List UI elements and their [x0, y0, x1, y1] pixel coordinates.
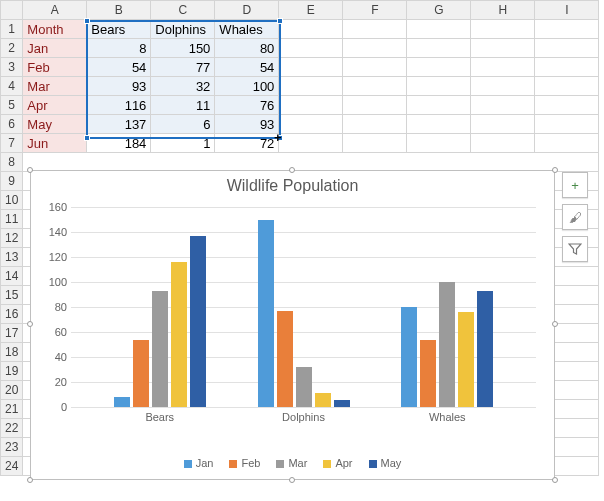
cell[interactable] [407, 96, 471, 115]
chart-resize-handle[interactable] [552, 167, 558, 173]
row-header[interactable]: 8 [1, 153, 23, 172]
select-all-corner[interactable] [1, 1, 23, 20]
header-month[interactable]: Month [23, 20, 87, 39]
row-header[interactable]: 15 [1, 286, 23, 305]
chart-bar[interactable] [171, 262, 187, 407]
chart-bar[interactable] [258, 220, 274, 408]
header-dolphins[interactable]: Dolphins [151, 20, 215, 39]
cell[interactable] [407, 39, 471, 58]
cell[interactable]: 76 [215, 96, 279, 115]
chart-bar[interactable] [277, 311, 293, 407]
chart-resize-handle[interactable] [552, 321, 558, 327]
cell[interactable] [343, 58, 407, 77]
row-header[interactable]: 22 [1, 419, 23, 438]
cell[interactable] [279, 39, 343, 58]
chart-elements-button[interactable]: + [562, 172, 588, 198]
legend-item[interactable]: Feb [229, 457, 260, 469]
chart-bar[interactable] [315, 393, 331, 407]
cell[interactable]: 54 [87, 58, 151, 77]
cell[interactable] [407, 58, 471, 77]
cell[interactable] [471, 20, 535, 39]
cell[interactable] [471, 77, 535, 96]
cell[interactable]: 8 [87, 39, 151, 58]
chart-filters-button[interactable] [562, 236, 588, 262]
cell[interactable]: 93 [87, 77, 151, 96]
chart-object[interactable]: Wildlife Population 02040608010012014016… [30, 170, 555, 480]
cell[interactable] [279, 96, 343, 115]
chart-bar[interactable] [401, 307, 417, 407]
cell[interactable] [343, 39, 407, 58]
cell[interactable] [407, 134, 471, 153]
chart-bar[interactable] [334, 400, 350, 408]
cell[interactable] [279, 115, 343, 134]
cell[interactable] [343, 115, 407, 134]
cell[interactable] [343, 134, 407, 153]
chart-resize-handle[interactable] [27, 477, 33, 483]
col-header-H[interactable]: H [471, 1, 535, 20]
cell[interactable] [407, 115, 471, 134]
chart-resize-handle[interactable] [27, 167, 33, 173]
row-header[interactable]: 5 [1, 96, 23, 115]
cell[interactable]: 11 [151, 96, 215, 115]
chart-bar[interactable] [152, 291, 168, 407]
chart-resize-handle[interactable] [289, 167, 295, 173]
row-header[interactable]: 14 [1, 267, 23, 286]
col-header-B[interactable]: B [87, 1, 151, 20]
row-header[interactable]: 17 [1, 324, 23, 343]
cell-month[interactable]: May [23, 115, 87, 134]
row-header[interactable]: 2 [1, 39, 23, 58]
cell[interactable]: 184 [87, 134, 151, 153]
col-header-A[interactable]: A [23, 1, 87, 20]
row-header[interactable]: 20 [1, 381, 23, 400]
row-header[interactable]: 4 [1, 77, 23, 96]
row-header[interactable]: 23 [1, 438, 23, 457]
cell[interactable] [471, 115, 535, 134]
chart-bar[interactable] [439, 282, 455, 407]
cell-month[interactable]: Jun [23, 134, 87, 153]
legend-item[interactable]: Apr [323, 457, 352, 469]
chart-title[interactable]: Wildlife Population [31, 171, 554, 195]
col-header-D[interactable]: D [215, 1, 279, 20]
cell[interactable] [535, 20, 599, 39]
col-header-I[interactable]: I [535, 1, 599, 20]
row-header[interactable]: 16 [1, 305, 23, 324]
chart-bar[interactable] [296, 367, 312, 407]
row-header[interactable]: 18 [1, 343, 23, 362]
cell[interactable]: 137 [87, 115, 151, 134]
cell[interactable] [343, 96, 407, 115]
row-header[interactable]: 9 [1, 172, 23, 191]
cell[interactable] [535, 115, 599, 134]
chart-styles-button[interactable]: 🖌 [562, 204, 588, 230]
row-header[interactable]: 24 [1, 457, 23, 476]
cell[interactable] [471, 39, 535, 58]
col-header-C[interactable]: C [151, 1, 215, 20]
chart-resize-handle[interactable] [289, 477, 295, 483]
legend-item[interactable]: Jan [184, 457, 214, 469]
row-header[interactable]: 6 [1, 115, 23, 134]
row-header[interactable]: 3 [1, 58, 23, 77]
row-header[interactable]: 19 [1, 362, 23, 381]
cell[interactable] [279, 58, 343, 77]
cell[interactable]: 150 [151, 39, 215, 58]
header-whales[interactable]: Whales [215, 20, 279, 39]
chart-bar[interactable] [133, 340, 149, 408]
cell[interactable]: 100 [215, 77, 279, 96]
cell[interactable] [279, 20, 343, 39]
cell[interactable]: 6 [151, 115, 215, 134]
row-header[interactable]: 11 [1, 210, 23, 229]
row-header[interactable]: 10 [1, 191, 23, 210]
cell[interactable] [343, 20, 407, 39]
chart-bar[interactable] [190, 236, 206, 407]
cell[interactable] [471, 134, 535, 153]
cell[interactable] [535, 77, 599, 96]
cell[interactable] [23, 153, 599, 172]
cell[interactable] [535, 58, 599, 77]
cell[interactable]: 80 [215, 39, 279, 58]
cell[interactable]: 116 [87, 96, 151, 115]
chart-bar[interactable] [458, 312, 474, 407]
cell[interactable]: 32 [151, 77, 215, 96]
row-header[interactable]: 1 [1, 20, 23, 39]
legend-item[interactable]: Mar [276, 457, 307, 469]
cell[interactable]: 93 [215, 115, 279, 134]
cell[interactable] [471, 96, 535, 115]
